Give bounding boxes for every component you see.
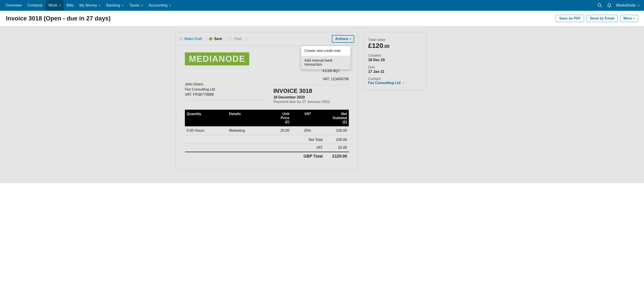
created-label: Created <box>368 53 422 58</box>
send-email-button[interactable]: Send by Email <box>586 15 618 22</box>
top-nav: Overview Contacts Work ▾ Bills My Money … <box>0 0 644 11</box>
status-steps: Make Draft Sent Paid Actions ▾ <box>176 32 358 46</box>
step-sent: Sent <box>209 37 226 41</box>
dropdown-create-credit-note[interactable]: Create new credit note <box>301 46 350 56</box>
chevron-down-icon: ▾ <box>350 37 351 40</box>
created-value: 18 Dec 20 <box>368 58 422 62</box>
grand-total: GBP Total £120.00 <box>185 152 349 160</box>
col-vat: VAT <box>291 110 313 126</box>
chevron-down-icon: ▾ <box>99 4 100 7</box>
contact-link[interactable]: Fez Consulting Ltd → <box>368 81 405 85</box>
due-value: 17 Jan 21 <box>368 70 422 74</box>
page-header: Invoice 3018 (Open - due in 27 days) Sav… <box>0 11 644 26</box>
invoice-due-text: Payment due by 17 January 2021 <box>273 100 349 104</box>
col-quantity: Quantity <box>185 110 227 126</box>
step-make-draft[interactable]: Make Draft <box>180 37 206 41</box>
chevron-down-icon: ▾ <box>142 4 143 7</box>
nav-my-money[interactable]: My Money ▾ <box>76 0 103 11</box>
invoice-number: INVOICE 3018 <box>273 87 349 94</box>
radio-dotted-icon <box>229 37 232 40</box>
page-title: Invoice 3018 (Open - due in 27 days) <box>6 15 556 22</box>
chevron-down-icon: ▾ <box>122 4 124 7</box>
col-unit-price: UnitPrice(£) <box>266 110 291 126</box>
due-label: Due <box>368 65 422 69</box>
invoice-date: 18 December 2020 <box>273 95 349 99</box>
total-value-label: Total value <box>368 38 422 42</box>
nav-work[interactable]: Work ▾ <box>46 0 64 11</box>
svg-point-0 <box>598 3 601 6</box>
summary-card: Total value £120.00 Created 18 Dec 20 Du… <box>364 32 426 90</box>
actions-button[interactable]: Actions ▾ <box>332 35 354 43</box>
nav-accounting[interactable]: Accounting ▾ <box>146 0 174 11</box>
step-paid: Paid <box>229 37 246 41</box>
radio-selected-icon <box>209 37 212 40</box>
col-net-subtotal: NetSubtotal(£) <box>313 110 349 126</box>
col-details: Details <box>227 110 266 126</box>
totals-block: Net Total 100.00 VAT 20.00 GBP Total £12… <box>185 136 349 160</box>
svg-line-1 <box>600 6 602 7</box>
nav-contacts[interactable]: Contacts <box>24 0 46 11</box>
save-pdf-button[interactable]: Save as PDF <box>556 15 584 22</box>
nav-overview[interactable]: Overview <box>3 0 24 11</box>
more-button[interactable]: More ▾ <box>620 15 638 22</box>
to-address: John Doers Fez Consulting Ltd VAT: FR387… <box>185 82 267 100</box>
company-switcher[interactable]: MediaNode ▾ <box>616 3 640 8</box>
chevron-down-icon: ▾ <box>634 17 635 20</box>
radio-empty-icon <box>180 37 182 40</box>
invoice-title-block: INVOICE 3018 18 December 2020 Payment du… <box>273 85 349 104</box>
dropdown-add-manual-bank-transaction[interactable]: Add manual bank transaction <box>301 56 350 69</box>
line-items-table: Quantity Details UnitPrice(£) VAT NetSub… <box>185 110 349 135</box>
invoice-card: Make Draft Sent Paid Actions ▾ <box>176 32 358 170</box>
chevron-down-icon: ▾ <box>638 4 640 7</box>
contact-label: Contact <box>368 77 422 81</box>
nav-banking[interactable]: Banking ▾ <box>103 0 126 11</box>
actions-dropdown: Create new credit note Add manual bank t… <box>301 46 350 69</box>
search-icon[interactable] <box>597 3 602 8</box>
company-logo: MEDIANODE <box>185 52 249 65</box>
chevron-down-icon: ▾ <box>59 4 60 7</box>
bell-icon[interactable] <box>606 3 612 8</box>
nav-bills[interactable]: Bills <box>64 0 76 11</box>
total-value: £120.00 <box>368 42 422 49</box>
table-row: 5:00 Hours Marketing 20.00 20% 100.00 <box>185 126 349 135</box>
nav-taxes[interactable]: Taxes ▾ <box>126 0 146 11</box>
arrow-right-icon: → <box>402 81 405 85</box>
chevron-down-icon: ▾ <box>170 4 171 7</box>
